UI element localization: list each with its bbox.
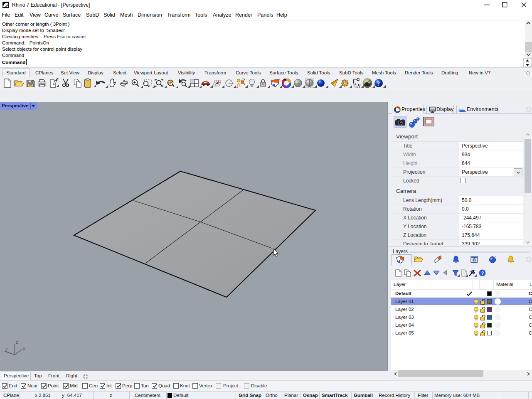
svg-text:?: ?	[473, 258, 475, 262]
svg-text:y: y	[5, 347, 8, 352]
svg-text:?: ?	[481, 271, 484, 276]
svg-text:x: x	[23, 346, 25, 351]
svg-text:z: z	[16, 340, 18, 345]
